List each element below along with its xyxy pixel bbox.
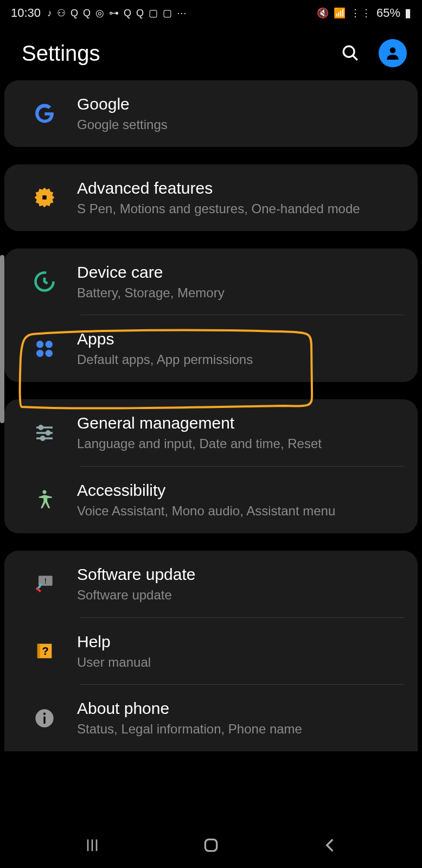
- row-title: Accessibility: [77, 481, 405, 500]
- nav-recents-button[interactable]: [84, 837, 101, 856]
- status-time: 10:30: [11, 6, 41, 20]
- about-icon: [27, 701, 62, 736]
- svg-point-5: [36, 341, 43, 348]
- svg-rect-29: [205, 839, 216, 851]
- settings-item-about[interactable]: About phone Status, Legal information, P…: [4, 685, 418, 751]
- device-care-icon: [27, 264, 62, 299]
- svg-point-6: [46, 341, 53, 348]
- google-icon: [27, 96, 62, 131]
- apps-icon: [27, 331, 62, 366]
- row-title: Google: [77, 94, 405, 114]
- svg-point-12: [39, 425, 43, 429]
- settings-group: ! Software update Software update ? Help…: [4, 551, 418, 751]
- advanced-icon: [27, 180, 62, 215]
- navigation-bar: [0, 825, 422, 868]
- status-bar: 10:30 ♪ ⚇ Q Q ◎ ⊶ Q Q ▢ ▢ ⋯ 🔇 📶 ⋮⋮ 65% ▮: [0, 0, 422, 26]
- settings-group: Device care Battery, Storage, Memory App…: [4, 248, 418, 382]
- svg-line-1: [353, 55, 357, 60]
- svg-point-13: [46, 431, 50, 435]
- status-notification-icons: ♪ ⚇ Q Q ◎ ⊶ Q Q ▢ ▢ ⋯: [47, 7, 188, 19]
- settings-item-software-update[interactable]: ! Software update Software update: [4, 551, 418, 617]
- row-subtitle: Google settings: [77, 117, 405, 133]
- row-title: Advanced features: [77, 178, 405, 198]
- recents-icon: [84, 837, 101, 854]
- nav-back-button[interactable]: [321, 837, 338, 856]
- nav-home-button[interactable]: [202, 837, 220, 856]
- settings-group: Google Google settings: [4, 80, 418, 147]
- svg-point-25: [43, 712, 46, 714]
- account-avatar[interactable]: [379, 39, 407, 67]
- svg-point-0: [343, 46, 354, 57]
- row-title: Apps: [77, 329, 405, 349]
- page-header: Settings: [0, 26, 422, 78]
- row-subtitle: Battery, Storage, Memory: [77, 285, 405, 301]
- row-title: About phone: [77, 699, 405, 718]
- settings-item-accessibility[interactable]: Accessibility Voice Assistant, Mono audi…: [4, 467, 418, 533]
- svg-point-2: [390, 47, 396, 53]
- accessibility-icon: [27, 482, 62, 517]
- row-subtitle: Software update: [77, 588, 405, 603]
- battery-icon: ▮: [405, 6, 411, 20]
- row-subtitle: S Pen, Motions and gestures, One-handed …: [77, 201, 405, 217]
- settings-item-apps[interactable]: Apps Default apps, App permissions: [4, 315, 418, 382]
- svg-text:?: ?: [42, 645, 49, 657]
- software-update-icon: !: [27, 566, 62, 601]
- svg-rect-21: [37, 644, 40, 659]
- row-subtitle: Voice Assistant, Mono audio, Assistant m…: [77, 503, 405, 519]
- row-title: Help: [77, 632, 405, 652]
- settings-item-advanced[interactable]: Advanced features S Pen, Motions and ges…: [4, 164, 418, 231]
- row-subtitle: Language and input, Date and time, Reset: [77, 436, 405, 452]
- settings-item-general[interactable]: General management Language and input, D…: [4, 399, 418, 466]
- row-title: General management: [77, 413, 405, 433]
- settings-item-device-care[interactable]: Device care Battery, Storage, Memory: [4, 248, 418, 315]
- page-title: Settings: [22, 41, 100, 66]
- settings-group: General management Language and input, D…: [4, 399, 418, 533]
- row-subtitle: Status, Legal information, Phone name: [77, 722, 405, 737]
- status-battery: 65%: [376, 6, 400, 20]
- search-button[interactable]: [337, 40, 363, 66]
- row-title: Device care: [77, 263, 405, 282]
- status-system-icons: 🔇 📶 ⋮⋮: [317, 7, 372, 19]
- help-icon: ?: [27, 634, 62, 668]
- home-icon: [202, 837, 220, 854]
- scroll-handle[interactable]: [0, 255, 4, 423]
- general-management-icon: [27, 416, 62, 450]
- row-subtitle: Default apps, App permissions: [77, 352, 405, 368]
- search-icon: [341, 44, 360, 62]
- settings-list: Google Google settings Advanced features…: [0, 80, 422, 751]
- settings-group: Advanced features S Pen, Motions and ges…: [4, 164, 418, 231]
- settings-item-help[interactable]: ? Help User manual: [4, 618, 418, 685]
- svg-point-7: [36, 349, 43, 356]
- back-icon: [321, 837, 338, 854]
- svg-rect-24: [43, 716, 45, 723]
- svg-point-8: [46, 349, 53, 356]
- svg-point-15: [43, 490, 47, 494]
- row-subtitle: User manual: [77, 655, 405, 671]
- person-icon: [384, 44, 401, 62]
- svg-rect-3: [42, 196, 46, 200]
- svg-text:!: !: [44, 577, 47, 585]
- settings-item-google[interactable]: Google Google settings: [4, 80, 418, 147]
- row-title: Software update: [77, 565, 405, 584]
- svg-point-14: [41, 436, 44, 440]
